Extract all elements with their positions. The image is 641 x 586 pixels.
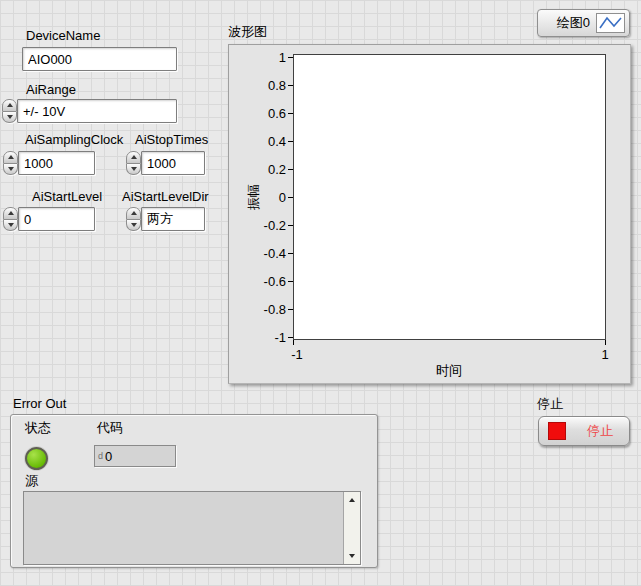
tick-mark — [605, 340, 606, 345]
arrow-up-icon — [8, 155, 14, 159]
ai-range-input[interactable] — [17, 99, 177, 123]
stop-square-icon — [548, 422, 566, 440]
increment-button[interactable] — [2, 99, 17, 112]
arrow-down-icon — [8, 223, 14, 227]
y-axis-scale: 1 0.8 0.6 0.4 0.2 0 -0.2 -0.4 -0.6 -0.8 … — [229, 49, 293, 345]
source-label: 源 — [25, 474, 38, 488]
y-tick-label: -1 — [274, 330, 286, 345]
ai-sampling-clock-input[interactable] — [18, 151, 95, 175]
decrement-button[interactable] — [2, 112, 17, 124]
error-out-cluster: 状态 代码 d 0 源 — [10, 414, 378, 568]
decrement-button[interactable] — [126, 164, 141, 176]
y-tick: -0.2 — [229, 217, 293, 233]
arrow-up-icon — [131, 155, 137, 159]
scroll-down-button[interactable] — [347, 551, 358, 561]
decrement-button[interactable] — [126, 220, 141, 232]
labview-front-panel: DeviceName AiRange AiSamplingClock AiSto… — [0, 0, 641, 586]
graph-plot-area[interactable] — [293, 54, 606, 340]
code-label: 代码 — [97, 421, 123, 435]
source-text — [26, 494, 340, 562]
ai-start-level-dir-label: AiStartLevelDir — [122, 190, 209, 204]
x-axis-label: 时间 — [389, 362, 509, 380]
arrow-down-icon — [8, 167, 14, 171]
y-tick-label: 0 — [279, 190, 286, 205]
decrement-button[interactable] — [3, 164, 18, 176]
ai-sampling-clock-spinner[interactable] — [3, 151, 18, 175]
x-tick-label: 1 — [594, 347, 616, 362]
y-tick: -0.8 — [229, 301, 293, 317]
ai-start-level-label: AiStartLevel — [32, 190, 102, 204]
waveform-line-icon[interactable] — [596, 13, 625, 33]
y-tick: 1 — [229, 49, 293, 65]
status-led — [25, 447, 48, 470]
source-text-area[interactable] — [23, 491, 361, 565]
ai-start-level-input[interactable] — [18, 207, 95, 231]
ai-stop-times-input[interactable] — [141, 151, 205, 175]
ai-start-level-dir-input[interactable] — [141, 207, 205, 231]
x-tick-label: -1 — [286, 347, 308, 362]
arrow-down-icon — [131, 167, 137, 171]
y-tick: -0.6 — [229, 273, 293, 289]
ai-range-spinner[interactable] — [2, 99, 17, 123]
code-value: 0 — [105, 449, 112, 464]
y-tick: -0.4 — [229, 245, 293, 261]
y-tick-label: -0.6 — [264, 274, 286, 289]
y-tick-label: 1 — [279, 50, 286, 65]
arrow-up-icon — [131, 211, 137, 215]
y-tick-label: 0.2 — [268, 162, 286, 177]
plot-legend-label: 绘图0 — [557, 14, 590, 32]
y-tick: 0.6 — [229, 105, 293, 121]
increment-button[interactable] — [3, 151, 18, 164]
arrow-down-icon — [7, 115, 13, 119]
increment-button[interactable] — [3, 207, 18, 220]
decrement-button[interactable] — [3, 220, 18, 232]
error-out-label: Error Out — [13, 397, 66, 411]
tick-mark — [293, 340, 294, 345]
y-tick-label: -0.2 — [264, 218, 286, 233]
increment-button[interactable] — [126, 207, 141, 220]
waveform-graph: 振幅 1 0.8 0.6 0.4 0.2 0 -0.2 -0.4 -0.6 -0… — [228, 44, 631, 384]
y-tick: 0 — [229, 189, 293, 205]
y-tick: -1 — [229, 329, 293, 345]
status-label: 状态 — [25, 421, 51, 435]
increment-button[interactable] — [126, 151, 141, 164]
y-tick-label: -0.4 — [264, 246, 286, 261]
ai-range-label: AiRange — [26, 83, 76, 97]
arrow-up-icon — [7, 103, 13, 107]
y-tick-label: -0.8 — [264, 302, 286, 317]
arrow-down-icon — [131, 223, 137, 227]
vertical-scrollbar[interactable] — [343, 492, 360, 564]
radix-indicator: d — [98, 451, 103, 461]
device-name-label: DeviceName — [26, 29, 100, 43]
device-name-input[interactable] — [22, 47, 177, 71]
y-tick: 0.4 — [229, 133, 293, 149]
arrow-up-icon — [349, 498, 355, 502]
stop-label: 停止 — [537, 397, 563, 411]
arrow-down-icon — [349, 554, 355, 558]
stop-button-label: 停止 — [587, 422, 613, 440]
y-tick: 0.8 — [229, 77, 293, 93]
stop-button[interactable]: 停止 — [538, 416, 630, 446]
ai-stop-times-label: AiStopTimes — [135, 133, 208, 147]
ai-start-level-dir-spinner[interactable] — [126, 207, 141, 231]
y-tick-label: 0.8 — [268, 78, 286, 93]
ai-stop-times-spinner[interactable] — [126, 151, 141, 175]
ai-start-level-spinner[interactable] — [3, 207, 18, 231]
scroll-up-button[interactable] — [347, 495, 358, 505]
y-tick: 0.2 — [229, 161, 293, 177]
arrow-up-icon — [8, 211, 14, 215]
plot-legend[interactable]: 绘图0 — [537, 9, 630, 37]
y-tick-label: 0.4 — [268, 134, 286, 149]
code-field: d 0 — [94, 445, 176, 467]
graph-title: 波形图 — [228, 25, 267, 39]
ai-sampling-clock-label: AiSamplingClock — [25, 133, 123, 147]
y-tick-label: 0.6 — [268, 106, 286, 121]
